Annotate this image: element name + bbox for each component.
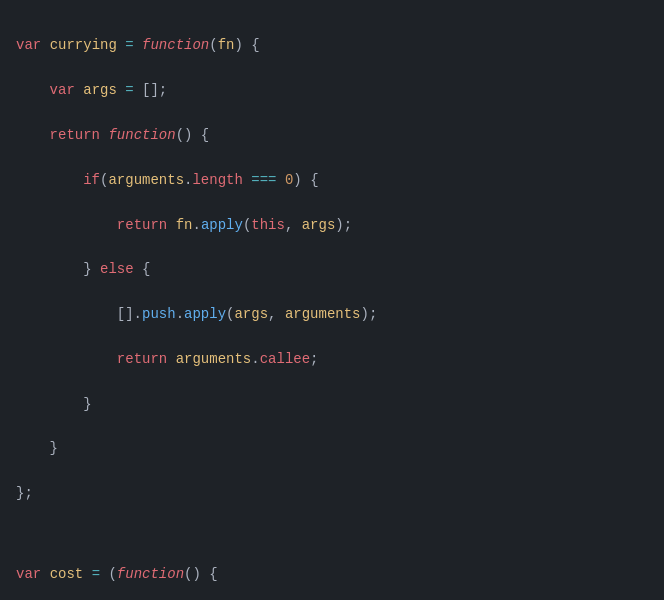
line-5: return fn.apply(this, args); — [16, 214, 648, 236]
var-args: args — [83, 82, 117, 98]
method-push: push — [142, 306, 176, 322]
kw-function-3: function — [117, 566, 184, 582]
method-apply-2: apply — [184, 306, 226, 322]
kw-function-1: function — [142, 37, 209, 53]
line-8: return arguments.callee; — [16, 348, 648, 370]
line-10: } — [16, 437, 648, 459]
kw-if: if — [83, 172, 100, 188]
line-1: var currying = function(fn) { — [16, 34, 648, 56]
param-fn: fn — [218, 37, 235, 53]
line-6: } else { — [16, 258, 648, 280]
var-currying: currying — [50, 37, 117, 53]
kw-var-3: var — [16, 566, 41, 582]
line-11: }; — [16, 482, 648, 504]
line-9: } — [16, 393, 648, 415]
kw-return-3: return — [117, 351, 167, 367]
method-apply-1: apply — [201, 217, 243, 233]
line-4: if(arguments.length === 0) { — [16, 169, 648, 191]
line-blank-1 — [16, 527, 648, 541]
line-12: var cost = (function() { — [16, 563, 648, 585]
kw-else: else — [100, 261, 134, 277]
var-cost-1: cost — [50, 566, 84, 582]
kw-return-2: return — [117, 217, 167, 233]
line-2: var args = []; — [16, 79, 648, 101]
prop-length-1: length — [192, 172, 242, 188]
kw-var-1: var — [16, 37, 41, 53]
kw-function-2: function — [108, 127, 175, 143]
prop-callee: callee — [260, 351, 310, 367]
kw-var-2: var — [50, 82, 75, 98]
line-7: [].push.apply(args, arguments); — [16, 303, 648, 325]
code-editor: var currying = function(fn) { var args =… — [16, 12, 648, 600]
line-3: return function() { — [16, 124, 648, 146]
kw-return-1: return — [50, 127, 100, 143]
